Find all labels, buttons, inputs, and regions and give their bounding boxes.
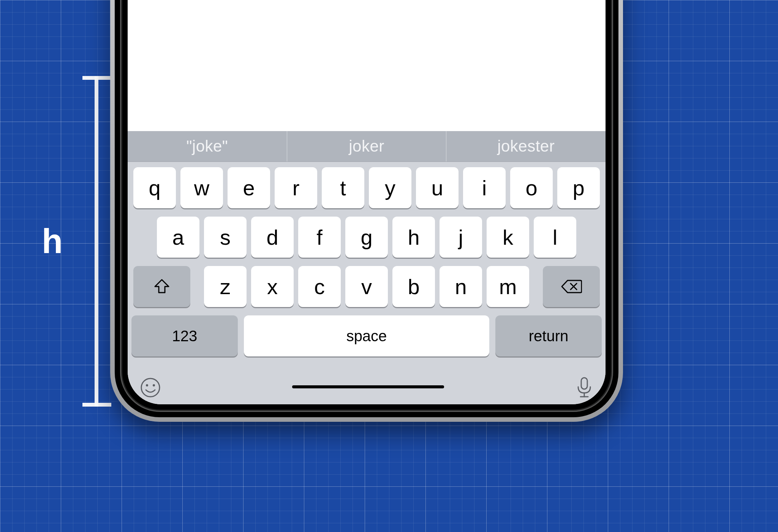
key-y[interactable]: y (369, 167, 411, 208)
key-g[interactable]: g (345, 217, 388, 258)
shift-icon (153, 277, 171, 296)
phone-screen: "joke" joker jokester q w e r t y u i o … (128, 0, 606, 404)
numbers-key[interactable]: 123 (131, 315, 238, 356)
key-p[interactable]: p (557, 167, 600, 208)
key-k[interactable]: k (487, 217, 529, 258)
svg-point-2 (141, 378, 160, 397)
key-o[interactable]: o (510, 167, 553, 208)
key-row-bottom: z x c v b n m (131, 266, 602, 307)
svg-point-3 (146, 384, 148, 386)
phone-frame: "joke" joker jokester q w e r t y u i o … (110, 0, 623, 422)
height-annotation: h (42, 76, 111, 407)
backspace-icon (561, 279, 582, 294)
prediction-suggestion[interactable]: joker (287, 131, 446, 162)
keyboard-bottom-bar (128, 367, 606, 404)
key-w[interactable]: w (180, 167, 223, 208)
height-bracket (82, 76, 111, 407)
key-x[interactable]: x (251, 266, 294, 307)
key-m[interactable]: m (487, 266, 529, 307)
prediction-bar: "joke" joker jokester (128, 131, 606, 162)
space-key[interactable]: space (244, 315, 489, 356)
dictation-icon[interactable] (575, 376, 593, 401)
key-t[interactable]: t (322, 167, 364, 208)
key-n[interactable]: n (440, 266, 482, 307)
shift-key[interactable] (133, 266, 190, 307)
emoji-icon[interactable] (140, 377, 161, 400)
svg-point-4 (153, 384, 155, 386)
key-b[interactable]: b (392, 266, 435, 307)
keyboard: "joke" joker jokester q w e r t y u i o … (128, 131, 606, 404)
return-key[interactable]: return (495, 315, 602, 356)
key-e[interactable]: e (228, 167, 270, 208)
key-row-middle: a s d f g h j k l (131, 217, 602, 258)
key-u[interactable]: u (416, 167, 459, 208)
key-q[interactable]: q (133, 167, 176, 208)
key-z[interactable]: z (204, 266, 247, 307)
key-s[interactable]: s (204, 217, 247, 258)
key-h[interactable]: h (392, 217, 435, 258)
key-i[interactable]: i (463, 167, 506, 208)
prediction-suggestion[interactable]: jokester (446, 131, 606, 162)
key-f[interactable]: f (298, 217, 341, 258)
key-j[interactable]: j (440, 217, 482, 258)
prediction-suggestion[interactable]: "joke" (128, 131, 287, 162)
key-c[interactable]: c (298, 266, 341, 307)
backspace-key[interactable] (543, 266, 600, 307)
key-l[interactable]: l (534, 217, 576, 258)
key-row-top: q w e r t y u i o p (131, 167, 602, 208)
key-d[interactable]: d (251, 217, 294, 258)
home-indicator[interactable] (292, 385, 444, 388)
key-v[interactable]: v (345, 266, 388, 307)
svg-rect-5 (581, 378, 587, 389)
height-label: h (42, 222, 63, 261)
key-a[interactable]: a (157, 217, 199, 258)
key-row-action: 123 space return (131, 315, 602, 356)
key-r[interactable]: r (275, 167, 317, 208)
